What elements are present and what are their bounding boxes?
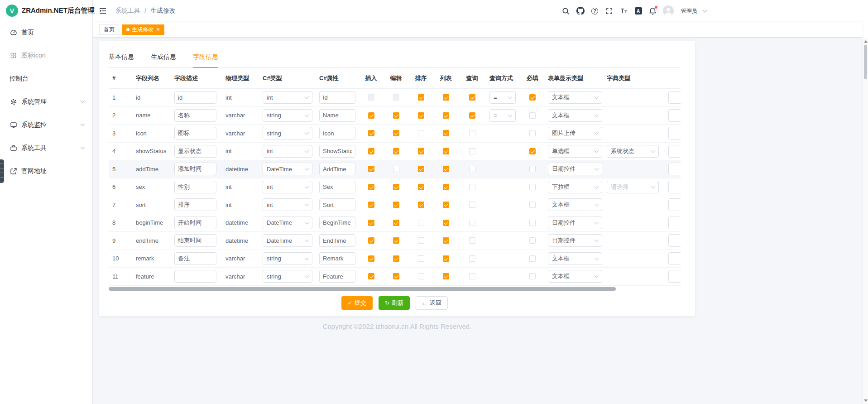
- csharp-type-select[interactable]: int: [263, 145, 312, 158]
- sort-checkbox[interactable]: [418, 237, 424, 244]
- sort-checkbox[interactable]: [418, 184, 424, 190]
- edit-checkbox[interactable]: [393, 220, 399, 226]
- sort-checkbox[interactable]: [418, 94, 424, 101]
- insert-checkbox[interactable]: [368, 166, 374, 172]
- query-checkbox[interactable]: [469, 255, 475, 262]
- edit-checkbox[interactable]: [393, 202, 399, 208]
- display-type-select[interactable]: 文本框: [548, 91, 602, 104]
- sort-checkbox[interactable]: [418, 130, 424, 136]
- sidebar-item-system-tools[interactable]: 系统工具: [0, 136, 92, 159]
- csharp-attr-input[interactable]: [319, 252, 355, 265]
- required-checkbox[interactable]: [529, 273, 536, 279]
- scroll-up-arrow[interactable]: [863, 38, 868, 44]
- sort-checkbox[interactable]: [418, 220, 424, 226]
- tab-field-info[interactable]: 字段信息: [193, 47, 218, 68]
- display-type-select[interactable]: 文本框: [548, 252, 602, 265]
- csharp-type-select[interactable]: int: [263, 181, 312, 193]
- field-desc-input[interactable]: [174, 91, 216, 104]
- tag-active[interactable]: 生成修改 ×: [122, 24, 164, 35]
- list-checkbox[interactable]: [443, 202, 449, 208]
- required-checkbox[interactable]: [529, 130, 536, 136]
- edit-checkbox[interactable]: [393, 255, 399, 262]
- field-desc-input[interactable]: [174, 198, 216, 211]
- fullscreen-icon[interactable]: [605, 7, 614, 15]
- required-checkbox[interactable]: [529, 220, 536, 226]
- query-checkbox[interactable]: [469, 220, 475, 226]
- list-checkbox[interactable]: [443, 166, 449, 172]
- csharp-attr-input[interactable]: [319, 234, 355, 247]
- csharp-type-select[interactable]: string: [263, 252, 312, 265]
- query-mode-select[interactable]: =: [489, 91, 516, 104]
- edit-checkbox[interactable]: [393, 112, 399, 119]
- field-desc-input[interactable]: [174, 234, 216, 247]
- horizontal-scrollbar[interactable]: [109, 287, 681, 291]
- csharp-type-select[interactable]: string: [263, 270, 312, 283]
- language-icon[interactable]: A: [634, 7, 643, 15]
- csharp-type-select[interactable]: string: [263, 127, 312, 139]
- csharp-attr-input[interactable]: [319, 216, 355, 229]
- dict-type-select[interactable]: 系统状态: [607, 145, 659, 158]
- edit-checkbox[interactable]: [393, 166, 399, 172]
- query-checkbox[interactable]: [469, 184, 475, 190]
- required-checkbox[interactable]: [529, 184, 536, 190]
- required-checkbox[interactable]: [529, 94, 536, 101]
- vertical-scrollbar[interactable]: [863, 38, 868, 404]
- extra-input[interactable]: [668, 91, 681, 104]
- sidebar-item-console[interactable]: 控制台: [0, 67, 92, 90]
- query-checkbox[interactable]: [469, 237, 475, 244]
- insert-checkbox[interactable]: [368, 184, 374, 190]
- logo[interactable]: V ZRAdmin.NET后台管理: [0, 0, 92, 21]
- edit-checkbox[interactable]: [393, 273, 399, 279]
- submit-button[interactable]: ✓ 提交: [341, 296, 373, 310]
- chevron-down-icon[interactable]: [703, 8, 707, 12]
- sidebar-item-website[interactable]: 官网地址: [0, 159, 92, 183]
- csharp-attr-input[interactable]: [319, 127, 355, 139]
- csharp-attr-input[interactable]: [319, 145, 355, 158]
- display-type-select[interactable]: 文本框: [548, 109, 602, 122]
- help-icon[interactable]: ?: [590, 7, 599, 15]
- insert-checkbox[interactable]: [368, 273, 374, 279]
- sort-checkbox[interactable]: [418, 166, 424, 172]
- extra-input[interactable]: [668, 163, 681, 175]
- tab-generate-info[interactable]: 生成信息: [151, 47, 176, 68]
- sort-checkbox[interactable]: [418, 148, 424, 154]
- settings-drawer-handle[interactable]: [0, 159, 4, 183]
- extra-input[interactable]: [668, 252, 681, 265]
- list-checkbox[interactable]: [443, 273, 449, 279]
- field-desc-input[interactable]: [174, 216, 216, 229]
- extra-input[interactable]: [668, 109, 681, 122]
- csharp-type-select[interactable]: string: [263, 109, 312, 122]
- csharp-attr-input[interactable]: [319, 109, 355, 122]
- extra-input[interactable]: [668, 127, 681, 139]
- sidebar-item-system-admin[interactable]: 系统管理: [0, 90, 92, 113]
- sort-checkbox[interactable]: [418, 255, 424, 262]
- sort-checkbox[interactable]: [418, 112, 424, 119]
- required-checkbox[interactable]: [529, 166, 536, 172]
- csharp-attr-input[interactable]: [319, 198, 355, 211]
- csharp-type-select[interactable]: int: [263, 198, 312, 211]
- sidebar-item-system-monitor[interactable]: 系统监控: [0, 113, 92, 136]
- scrollbar-thumb[interactable]: [864, 45, 867, 79]
- insert-checkbox[interactable]: [368, 255, 374, 262]
- csharp-type-select[interactable]: DateTime: [263, 216, 312, 229]
- extra-input[interactable]: [668, 216, 681, 229]
- list-checkbox[interactable]: [443, 112, 449, 119]
- field-desc-input[interactable]: [174, 145, 216, 158]
- sidebar-item-home[interactable]: 首页: [0, 21, 92, 44]
- csharp-type-select[interactable]: DateTime: [263, 234, 312, 247]
- list-checkbox[interactable]: [443, 148, 449, 154]
- avatar[interactable]: [663, 5, 674, 16]
- list-checkbox[interactable]: [443, 130, 449, 136]
- display-type-select[interactable]: 单选框: [548, 145, 602, 158]
- csharp-attr-input[interactable]: [319, 181, 355, 193]
- csharp-attr-input[interactable]: [319, 91, 355, 104]
- breadcrumb-parent[interactable]: 系统工具: [115, 7, 140, 15]
- extra-input[interactable]: [668, 270, 681, 283]
- scrollbar-thumb[interactable]: [109, 287, 616, 291]
- list-checkbox[interactable]: [443, 220, 449, 226]
- list-checkbox[interactable]: [443, 237, 449, 244]
- sidebar-item-icons[interactable]: 图标icon: [0, 44, 92, 67]
- csharp-attr-input[interactable]: [319, 163, 355, 175]
- insert-checkbox[interactable]: [368, 148, 374, 154]
- query-mode-select[interactable]: =: [489, 109, 516, 122]
